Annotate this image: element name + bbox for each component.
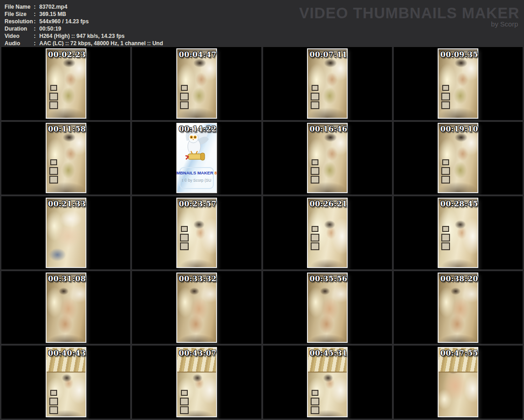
video-thumbnail: 00:21:33 — [46, 198, 86, 268]
metadata-label: File Name — [5, 3, 34, 10]
grid-cell: 00:11:58 — [1, 122, 130, 195]
metadata-value: 544x960 / 14.23 fps — [39, 18, 89, 25]
metadata-separator: : — [34, 25, 39, 32]
timestamp-overlay: 00:04:47 — [179, 50, 217, 59]
metadata-label: Resolution — [5, 18, 34, 25]
grid-cell: 00:40:43 — [1, 346, 130, 419]
video-thumbnail: 00:11:58 — [46, 123, 86, 193]
video-thumbnail: 00:16:46 — [307, 123, 348, 193]
grid-cell: 00:43:07 — [132, 346, 261, 419]
grid-cell: 00:28:45 — [394, 196, 523, 269]
video-thumbnail: 00:07:11 — [307, 48, 348, 119]
timestamp-overlay: 00:40:43 — [48, 349, 86, 357]
watermark-title-main: MBNAILS MAKER — [176, 170, 213, 175]
metadata-row: Resolution:544x960 / 14.23 fps — [5, 18, 163, 25]
video-thumbnail: 00:19:10 — [438, 123, 478, 193]
timestamp-overlay: 00:09:35 — [440, 50, 478, 59]
timestamp-overlay: 00:26:21 — [310, 200, 348, 208]
watermark-copyright-text: t © by Scorp (SU — [176, 178, 217, 183]
grid-cell: MBNAILS MAKER 8t © by Scorp (SU00:14:22 — [132, 122, 261, 195]
metadata-row: File Name:83702.mp4 — [5, 3, 163, 10]
grid-cell: 00:47:55 — [394, 346, 523, 419]
metadata-value: H264 (High) :: 947 kb/s, 14.23 fps — [39, 32, 125, 40]
video-thumbnail: 00:28:45 — [438, 198, 478, 268]
picture-frames-decoration — [312, 390, 318, 396]
grid-cell: 00:21:33 — [1, 196, 130, 269]
timestamp-overlay: 00:45:31 — [310, 349, 348, 357]
picture-frames-decoration — [50, 159, 57, 165]
grid-cell: 00:33:32 — [132, 271, 261, 344]
timestamp-overlay: 00:16:46 — [310, 125, 348, 133]
timestamp-overlay: 00:14:22 — [179, 125, 217, 133]
video-thumbnail: 00:04:47 — [176, 48, 217, 119]
thumbnail-grid: 00:02:2300:04:4700:07:1100:09:3500:11:58… — [0, 46, 524, 420]
metadata-value: 00:50:19 — [39, 25, 61, 32]
timestamp-overlay: 00:31:08 — [48, 274, 86, 283]
file-metadata: File Name:83702.mp4File Size:369.15 MBRe… — [5, 3, 163, 47]
timestamp-overlay: 00:23:57 — [179, 200, 217, 208]
picture-frames-decoration — [50, 390, 57, 396]
metadata-value: 369.15 MB — [39, 10, 66, 18]
app-logo-title: VIDEO THUMBNAILS MAKER — [299, 5, 519, 21]
picture-frames-decoration — [181, 390, 188, 396]
video-thumbnail: 00:45:31 — [307, 347, 348, 417]
grid-cell: 00:02:23 — [1, 47, 130, 120]
video-thumbnail: 00:02:23 — [46, 48, 86, 119]
metadata-row: Video:H264 (High) :: 947 kb/s, 14.23 fps — [5, 32, 163, 40]
picture-frames-decoration — [50, 85, 57, 91]
file-info-header: File Name:83702.mp4File Size:369.15 MBRe… — [0, 0, 524, 46]
grid-cell: 00:07:11 — [263, 47, 392, 120]
timestamp-overlay: 00:33:32 — [179, 274, 217, 283]
video-thumbnail: 00:09:35 — [438, 48, 478, 119]
grid-cell: 00:26:21 — [263, 196, 392, 269]
metadata-label: File Size — [5, 10, 34, 18]
grid-cell: 00:23:57 — [132, 196, 261, 269]
picture-frames-decoration — [442, 85, 449, 91]
video-thumbnail: 00:33:32 — [176, 273, 217, 343]
metadata-separator: : — [34, 32, 39, 40]
video-thumbnail: 00:40:43 — [46, 347, 86, 417]
grid-cell: 00:38:20 — [394, 271, 523, 344]
timestamp-overlay: 00:28:45 — [440, 200, 478, 208]
grid-cell: 00:09:35 — [394, 47, 523, 120]
timestamp-overlay: 00:47:55 — [440, 349, 478, 357]
picture-frames-decoration — [181, 226, 188, 232]
picture-frames-decoration — [312, 85, 318, 91]
picture-frames-decoration — [442, 159, 449, 165]
timestamp-overlay: 00:02:23 — [48, 50, 86, 59]
timestamp-overlay: 00:43:07 — [179, 349, 217, 357]
timestamp-overlay: 00:35:56 — [310, 274, 348, 283]
video-thumbnail: 00:43:07 — [176, 347, 217, 417]
grid-cell: 00:04:47 — [132, 47, 261, 120]
metadata-label: Duration — [5, 25, 34, 32]
picture-frames-decoration — [442, 226, 449, 232]
metadata-row: Duration:00:50:19 — [5, 25, 163, 32]
watermark-title-text: MBNAILS MAKER 8 — [176, 170, 217, 175]
timestamp-overlay: 00:19:10 — [440, 125, 478, 133]
metadata-separator: : — [34, 10, 39, 18]
timestamp-overlay: 00:21:33 — [48, 200, 86, 208]
timestamp-overlay: 00:11:58 — [48, 125, 86, 133]
metadata-value: 83702.mp4 — [39, 3, 67, 10]
grid-cell: 00:16:46 — [263, 122, 392, 195]
video-thumbnail: 00:38:20 — [438, 273, 478, 343]
video-thumbnail: 00:23:57 — [176, 198, 217, 268]
watermark-title-version: 8 — [214, 170, 217, 175]
video-thumbnail: 00:47:55 — [438, 347, 478, 417]
app-logo: VIDEO THUMBNAILS MAKER by Scorp — [299, 5, 519, 28]
video-thumbnail: 00:31:08 — [46, 273, 86, 343]
timestamp-overlay: 00:07:11 — [310, 50, 348, 59]
metadata-separator: : — [34, 18, 39, 25]
grid-cell: 00:31:08 — [1, 271, 130, 344]
grid-cell: 00:19:10 — [394, 122, 523, 195]
picture-frames-decoration — [312, 159, 318, 165]
metadata-label: Video — [5, 32, 34, 40]
grid-cell: 00:45:31 — [263, 346, 392, 419]
video-thumbnail: 00:35:56 — [307, 273, 348, 343]
grid-cell: 00:35:56 — [263, 271, 392, 344]
metadata-separator: : — [34, 3, 39, 10]
picture-frames-decoration — [181, 85, 188, 91]
timestamp-overlay: 00:38:20 — [440, 274, 478, 283]
metadata-row: File Size:369.15 MB — [5, 10, 163, 18]
watermark-thumbnail: MBNAILS MAKER 8t © by Scorp (SU00:14:22 — [176, 123, 217, 193]
